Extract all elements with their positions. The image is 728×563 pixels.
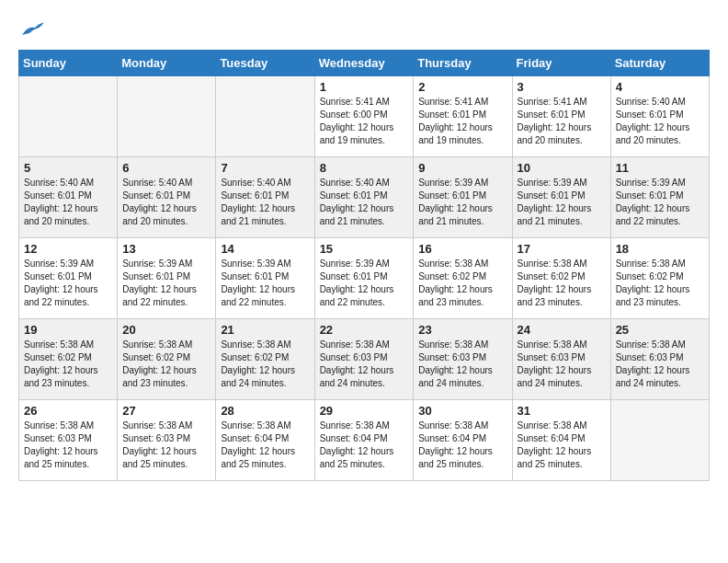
day-number: 4	[616, 80, 704, 94]
calendar-cell: 22Sunrise: 5:38 AM Sunset: 6:03 PM Dayli…	[314, 319, 414, 400]
calendar-cell: 5Sunrise: 5:40 AM Sunset: 6:01 PM Daylig…	[19, 157, 118, 238]
day-number: 26	[24, 404, 112, 418]
weekday-header-sunday: Sunday	[19, 51, 118, 76]
week-row-5: 26Sunrise: 5:38 AM Sunset: 6:03 PM Dayli…	[19, 400, 710, 481]
calendar-cell	[216, 76, 314, 157]
day-number: 22	[320, 323, 409, 337]
day-number: 19	[24, 323, 112, 337]
day-info: Sunrise: 5:38 AM Sunset: 6:04 PM Dayligh…	[518, 419, 606, 471]
calendar-cell: 28Sunrise: 5:38 AM Sunset: 6:04 PM Dayli…	[216, 400, 314, 481]
day-info: Sunrise: 5:38 AM Sunset: 6:03 PM Dayligh…	[122, 419, 210, 471]
day-number: 7	[221, 161, 309, 175]
day-info: Sunrise: 5:38 AM Sunset: 6:02 PM Dayligh…	[24, 339, 112, 390]
calendar-cell: 10Sunrise: 5:39 AM Sunset: 6:01 PM Dayli…	[512, 157, 610, 238]
calendar-cell: 4Sunrise: 5:40 AM Sunset: 6:01 PM Daylig…	[610, 76, 709, 157]
weekday-header-saturday: Saturday	[610, 51, 709, 76]
calendar-header-row: SundayMondayTuesdayWednesdayThursdayFrid…	[19, 51, 710, 76]
calendar-cell: 2Sunrise: 5:41 AM Sunset: 6:01 PM Daylig…	[414, 76, 512, 157]
page-header	[18, 18, 710, 35]
day-number: 27	[122, 404, 210, 418]
day-info: Sunrise: 5:38 AM Sunset: 6:02 PM Dayligh…	[518, 258, 606, 309]
calendar-cell: 21Sunrise: 5:38 AM Sunset: 6:02 PM Dayli…	[216, 319, 314, 400]
calendar-table: SundayMondayTuesdayWednesdayThursdayFrid…	[18, 50, 710, 481]
calendar-cell	[118, 76, 216, 157]
day-number: 21	[221, 323, 309, 337]
calendar-cell: 25Sunrise: 5:38 AM Sunset: 6:03 PM Dayli…	[610, 319, 709, 400]
day-info: Sunrise: 5:38 AM Sunset: 6:04 PM Dayligh…	[320, 419, 409, 471]
day-number: 1	[320, 80, 409, 94]
day-number: 9	[418, 161, 506, 175]
day-number: 16	[418, 242, 506, 256]
day-info: Sunrise: 5:38 AM Sunset: 6:04 PM Dayligh…	[221, 419, 309, 471]
week-row-1: 1Sunrise: 5:41 AM Sunset: 6:00 PM Daylig…	[19, 76, 710, 157]
calendar-cell: 9Sunrise: 5:39 AM Sunset: 6:01 PM Daylig…	[414, 157, 512, 238]
day-info: Sunrise: 5:38 AM Sunset: 6:02 PM Dayligh…	[122, 339, 210, 390]
calendar-cell: 24Sunrise: 5:38 AM Sunset: 6:03 PM Dayli…	[512, 319, 610, 400]
day-number: 20	[122, 323, 210, 337]
day-info: Sunrise: 5:38 AM Sunset: 6:03 PM Dayligh…	[616, 339, 704, 390]
day-number: 2	[418, 80, 506, 94]
calendar-cell: 13Sunrise: 5:39 AM Sunset: 6:01 PM Dayli…	[118, 238, 216, 319]
day-number: 28	[221, 404, 309, 418]
calendar-cell	[19, 76, 118, 157]
day-number: 24	[518, 323, 606, 337]
day-number: 10	[518, 161, 606, 175]
calendar-cell: 12Sunrise: 5:39 AM Sunset: 6:01 PM Dayli…	[19, 238, 118, 319]
weekday-header-thursday: Thursday	[414, 51, 512, 76]
day-number: 15	[320, 242, 409, 256]
day-info: Sunrise: 5:41 AM Sunset: 6:01 PM Dayligh…	[418, 96, 506, 147]
day-info: Sunrise: 5:41 AM Sunset: 6:01 PM Dayligh…	[518, 96, 606, 147]
day-number: 25	[616, 323, 704, 337]
calendar-cell: 17Sunrise: 5:38 AM Sunset: 6:02 PM Dayli…	[512, 238, 610, 319]
day-number: 29	[320, 404, 409, 418]
day-number: 3	[518, 80, 606, 94]
calendar-cell: 8Sunrise: 5:40 AM Sunset: 6:01 PM Daylig…	[314, 157, 414, 238]
weekday-header-tuesday: Tuesday	[216, 51, 314, 76]
day-info: Sunrise: 5:38 AM Sunset: 6:02 PM Dayligh…	[418, 258, 506, 309]
logo	[18, 18, 46, 35]
day-number: 13	[122, 242, 210, 256]
calendar-cell: 6Sunrise: 5:40 AM Sunset: 6:01 PM Daylig…	[118, 157, 216, 238]
calendar-cell	[610, 400, 709, 481]
calendar-cell: 15Sunrise: 5:39 AM Sunset: 6:01 PM Dayli…	[314, 238, 414, 319]
calendar-cell: 30Sunrise: 5:38 AM Sunset: 6:04 PM Dayli…	[414, 400, 512, 481]
day-info: Sunrise: 5:39 AM Sunset: 6:01 PM Dayligh…	[616, 177, 704, 228]
day-number: 31	[518, 404, 606, 418]
calendar-cell: 31Sunrise: 5:38 AM Sunset: 6:04 PM Dayli…	[512, 400, 610, 481]
day-info: Sunrise: 5:39 AM Sunset: 6:01 PM Dayligh…	[24, 258, 112, 309]
day-number: 17	[518, 242, 606, 256]
day-info: Sunrise: 5:41 AM Sunset: 6:00 PM Dayligh…	[320, 96, 409, 147]
day-info: Sunrise: 5:39 AM Sunset: 6:01 PM Dayligh…	[122, 258, 210, 309]
calendar-cell: 11Sunrise: 5:39 AM Sunset: 6:01 PM Dayli…	[610, 157, 709, 238]
calendar-cell: 27Sunrise: 5:38 AM Sunset: 6:03 PM Dayli…	[118, 400, 216, 481]
day-info: Sunrise: 5:39 AM Sunset: 6:01 PM Dayligh…	[518, 177, 606, 228]
logo-bird-icon	[20, 18, 46, 39]
calendar-cell: 7Sunrise: 5:40 AM Sunset: 6:01 PM Daylig…	[216, 157, 314, 238]
day-number: 8	[320, 161, 409, 175]
day-info: Sunrise: 5:40 AM Sunset: 6:01 PM Dayligh…	[320, 177, 409, 228]
day-number: 5	[24, 161, 112, 175]
day-number: 14	[221, 242, 309, 256]
calendar-cell: 3Sunrise: 5:41 AM Sunset: 6:01 PM Daylig…	[512, 76, 610, 157]
day-info: Sunrise: 5:40 AM Sunset: 6:01 PM Dayligh…	[24, 177, 112, 228]
weekday-header-friday: Friday	[512, 51, 610, 76]
day-info: Sunrise: 5:38 AM Sunset: 6:03 PM Dayligh…	[418, 339, 506, 390]
day-number: 18	[616, 242, 704, 256]
day-info: Sunrise: 5:40 AM Sunset: 6:01 PM Dayligh…	[221, 177, 309, 228]
week-row-4: 19Sunrise: 5:38 AM Sunset: 6:02 PM Dayli…	[19, 319, 710, 400]
day-info: Sunrise: 5:38 AM Sunset: 6:03 PM Dayligh…	[320, 339, 409, 390]
calendar-cell: 14Sunrise: 5:39 AM Sunset: 6:01 PM Dayli…	[216, 238, 314, 319]
week-row-2: 5Sunrise: 5:40 AM Sunset: 6:01 PM Daylig…	[19, 157, 710, 238]
day-info: Sunrise: 5:39 AM Sunset: 6:01 PM Dayligh…	[221, 258, 309, 309]
day-info: Sunrise: 5:38 AM Sunset: 6:02 PM Dayligh…	[221, 339, 309, 390]
day-info: Sunrise: 5:39 AM Sunset: 6:01 PM Dayligh…	[320, 258, 409, 309]
day-info: Sunrise: 5:38 AM Sunset: 6:03 PM Dayligh…	[518, 339, 606, 390]
calendar-cell: 19Sunrise: 5:38 AM Sunset: 6:02 PM Dayli…	[19, 319, 118, 400]
day-info: Sunrise: 5:40 AM Sunset: 6:01 PM Dayligh…	[122, 177, 210, 228]
calendar-cell: 23Sunrise: 5:38 AM Sunset: 6:03 PM Dayli…	[414, 319, 512, 400]
week-row-3: 12Sunrise: 5:39 AM Sunset: 6:01 PM Dayli…	[19, 238, 710, 319]
day-info: Sunrise: 5:38 AM Sunset: 6:04 PM Dayligh…	[418, 419, 506, 471]
weekday-header-monday: Monday	[118, 51, 216, 76]
calendar-cell: 18Sunrise: 5:38 AM Sunset: 6:02 PM Dayli…	[610, 238, 709, 319]
day-number: 11	[616, 161, 704, 175]
